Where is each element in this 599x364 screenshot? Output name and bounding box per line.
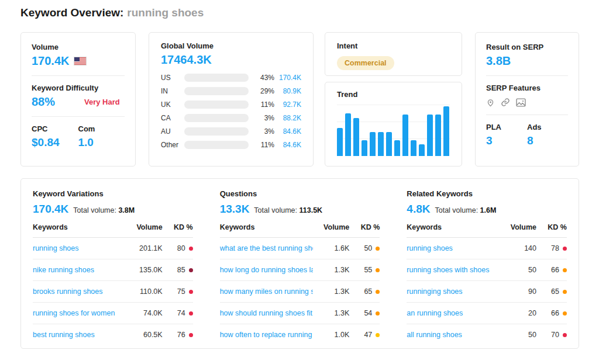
kd-cell: 47 xyxy=(349,331,380,339)
divider xyxy=(486,115,568,115)
kd-dot xyxy=(376,268,380,272)
trend-bar xyxy=(411,140,416,156)
volume-cell: 1.3K xyxy=(313,309,349,317)
intent-card: Intent Commercial xyxy=(325,32,462,76)
volume-cell: 135.0K xyxy=(126,266,163,274)
ads-label: Ads xyxy=(527,123,568,131)
pla-label: PLA xyxy=(486,123,527,131)
total-value: 3.8M xyxy=(118,206,135,214)
table-count: 4.8K xyxy=(407,203,430,216)
total-label: Total volume: xyxy=(254,206,297,214)
kd-value: 70 xyxy=(551,331,559,339)
table-row: running shoes 140 78 xyxy=(407,238,567,259)
keyword-link[interactable]: brooks running shoes xyxy=(33,287,126,296)
kd-value: 76 xyxy=(177,331,185,339)
trend-bar xyxy=(394,140,400,156)
header-volume: Volume xyxy=(313,223,349,231)
header-keywords: Keywords xyxy=(33,223,126,231)
table-row: how often to replace running shoes 1.0K … xyxy=(220,324,380,345)
keyword-link[interactable]: running shoes for women xyxy=(33,309,126,317)
country-code: CA xyxy=(161,114,184,122)
kd-dot xyxy=(189,247,193,251)
country-code: US xyxy=(161,74,184,82)
keyword-link[interactable]: an running shoes xyxy=(407,309,500,317)
kd-cell: 70 xyxy=(536,331,567,339)
keyword-link[interactable]: running shoes xyxy=(33,244,126,252)
total-value: 113.5K xyxy=(300,206,323,214)
trend-bar xyxy=(419,144,425,156)
country-volume: 84.6K xyxy=(274,141,301,149)
kd-dot xyxy=(189,311,193,316)
country-percent: 29% xyxy=(253,87,274,95)
keyword-link[interactable]: running shoes with shoes xyxy=(407,266,500,274)
table-row: how should running shoes fit 1.3K 54 xyxy=(220,303,380,324)
keyword-link[interactable]: all running shoes xyxy=(407,331,500,339)
table-row: what are the best running shoes 1.6K 50 xyxy=(220,238,380,259)
kd-cell: 50 xyxy=(349,244,380,252)
header-keywords: Keywords xyxy=(407,223,500,231)
kd-cell: 65 xyxy=(536,287,567,296)
serp-features-label: SERP Features xyxy=(486,84,568,92)
country-row: UK 11% 92.7K xyxy=(161,100,301,109)
kd-dot xyxy=(563,290,567,294)
table-total: Total volume: 3.8M xyxy=(73,206,135,214)
table-total: Total volume: 113.5K xyxy=(254,206,322,214)
kd-dot xyxy=(189,333,193,337)
trend-bar xyxy=(378,132,384,156)
image-icon xyxy=(516,98,526,107)
volume-cell: 140 xyxy=(500,244,536,252)
serp-features-icons xyxy=(486,98,568,107)
table-header: Keywords Volume KD % xyxy=(33,216,193,238)
global-volume-card: Global Volume 17464.3K US 43% 170.4K IN … xyxy=(149,32,314,167)
kd-cell: 66 xyxy=(536,266,567,274)
volume-cell: 1.6K xyxy=(313,244,349,252)
trend-bar xyxy=(402,115,408,156)
header-volume: Volume xyxy=(500,223,536,231)
difficulty-gauge-icon xyxy=(60,97,80,107)
country-percent: 3% xyxy=(253,114,274,122)
table-row: nike running shoes 135.0K 85 xyxy=(33,259,193,281)
table-row: brooks running shoes 110.0K 75 xyxy=(33,281,193,303)
kd-value: 75 xyxy=(177,287,185,296)
keyword-link[interactable]: runninging shoes xyxy=(407,287,500,296)
ads-value: 8 xyxy=(527,134,568,147)
kd-value: 55 xyxy=(364,266,372,274)
kd-cell: 55 xyxy=(349,266,380,274)
country-code: AU xyxy=(161,127,184,136)
volume-bar xyxy=(184,141,249,149)
table-total: Total volume: 1.6M xyxy=(435,206,496,214)
volume-cell: 110.0K xyxy=(126,287,163,296)
trend-bar xyxy=(362,140,367,156)
table-header: Keywords Volume KD % xyxy=(407,216,567,238)
keyword-link[interactable]: running shoes xyxy=(407,244,500,252)
table-row: running shoes 201.1K 80 xyxy=(33,238,193,259)
trend-bar xyxy=(443,106,449,156)
kd-cell: 78 xyxy=(536,244,567,252)
intent-badge: Commercial xyxy=(337,56,394,70)
country-row: IN 29% 80.9K xyxy=(161,87,301,95)
keyword-link[interactable]: how many miles on running shoes xyxy=(220,287,314,296)
keyword-link[interactable]: best running shoes xyxy=(33,331,126,339)
table-row: how long do running shoes last 1.3K 55 xyxy=(220,259,380,281)
keyword-link[interactable]: how long do running shoes last xyxy=(220,266,314,274)
keyword-link[interactable]: how should running shoes fit xyxy=(220,309,314,317)
trend-card: Trend xyxy=(325,82,462,167)
divider xyxy=(32,116,125,117)
kd-dot xyxy=(376,247,380,251)
volume-bar xyxy=(184,100,249,109)
kd-dot xyxy=(189,268,193,272)
header-kd: KD % xyxy=(163,223,193,231)
com-label: Com xyxy=(78,124,125,133)
keyword-link[interactable]: nike running shoes xyxy=(33,266,126,274)
keyword-link[interactable]: how often to replace running shoes xyxy=(220,331,314,339)
kd-value: 85 xyxy=(177,266,185,274)
keyword-link[interactable]: what are the best running shoes xyxy=(220,244,314,252)
kd-value: 66 xyxy=(551,309,559,317)
table-row: all running shoes 50 70 xyxy=(407,324,567,345)
table-count: 13.3K xyxy=(220,203,250,216)
kd-dot xyxy=(563,247,567,251)
serp-card: Result on SERP 3.8B SERP Features PLA 3 … xyxy=(475,32,579,167)
kd-cell: 85 xyxy=(163,266,193,274)
keyword-difficulty-value: 88% xyxy=(32,95,55,109)
cpc-label: CPC xyxy=(32,124,78,133)
